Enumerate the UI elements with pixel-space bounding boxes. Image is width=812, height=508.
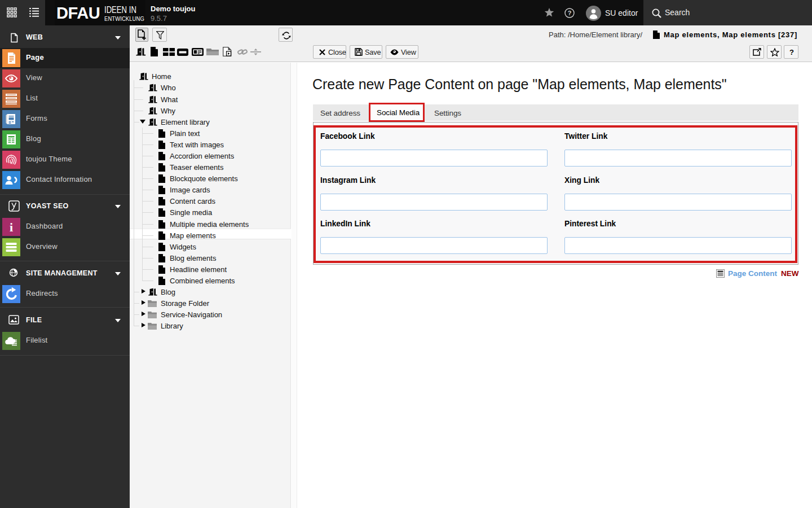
svg-text:?: ? — [568, 10, 572, 16]
svg-text:i: i — [10, 220, 13, 234]
